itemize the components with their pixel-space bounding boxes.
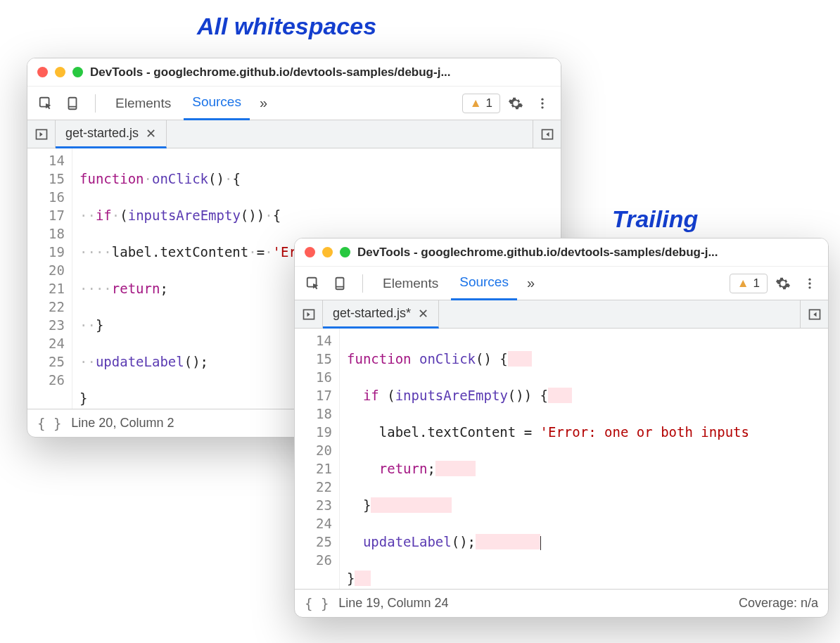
titlebar: DevTools - googlechrome.github.io/devtoo… bbox=[27, 58, 561, 87]
titlebar: DevTools - googlechrome.github.io/devtoo… bbox=[295, 238, 828, 267]
device-icon[interactable] bbox=[329, 272, 351, 295]
coverage-status: Coverage: n/a bbox=[739, 596, 818, 611]
more-tabs-icon[interactable]: » bbox=[521, 275, 540, 291]
svg-point-11 bbox=[808, 278, 810, 280]
label-all-whitespaces: All whitespaces bbox=[197, 13, 376, 40]
more-tabs-icon[interactable]: » bbox=[254, 95, 273, 111]
warning-badge[interactable]: ▲ 1 bbox=[462, 94, 500, 113]
svg-point-12 bbox=[808, 282, 810, 284]
window-title: DevTools - googlechrome.github.io/devtoo… bbox=[357, 246, 818, 260]
navigator-icon[interactable] bbox=[295, 300, 323, 328]
file-tab-label: get-started.js* bbox=[333, 306, 411, 321]
tab-sources[interactable]: Sources bbox=[184, 87, 250, 120]
svg-point-3 bbox=[541, 98, 543, 100]
close-icon[interactable] bbox=[37, 67, 48, 77]
gear-icon[interactable] bbox=[772, 272, 794, 295]
maximize-icon[interactable] bbox=[72, 67, 83, 77]
main-toolbar: Elements Sources » ▲ 1 bbox=[27, 87, 561, 120]
devtools-window-2: DevTools - googlechrome.github.io/devtoo… bbox=[294, 238, 829, 618]
svg-rect-1 bbox=[69, 97, 77, 109]
file-tabs: get-started.js* ✕ bbox=[295, 300, 828, 329]
warning-icon: ▲ bbox=[737, 276, 749, 291]
close-tab-icon[interactable]: ✕ bbox=[146, 126, 156, 141]
close-tab-icon[interactable]: ✕ bbox=[418, 306, 428, 322]
kebab-icon[interactable] bbox=[798, 272, 821, 295]
drawer-toggle-icon[interactable] bbox=[800, 300, 828, 328]
pretty-print-icon[interactable]: { } bbox=[305, 596, 329, 611]
line-gutter: 14151617181920212223242526 bbox=[27, 148, 72, 409]
inspect-icon[interactable] bbox=[302, 272, 324, 295]
warning-count: 1 bbox=[753, 276, 760, 291]
kebab-icon[interactable] bbox=[531, 92, 554, 115]
window-title: DevTools - googlechrome.github.io/devtoo… bbox=[90, 65, 551, 79]
device-icon[interactable] bbox=[61, 92, 84, 115]
pretty-print-icon[interactable]: { } bbox=[37, 416, 61, 431]
inspect-icon[interactable] bbox=[34, 92, 57, 115]
label-trailing: Trailing bbox=[612, 205, 698, 233]
warning-count: 1 bbox=[486, 96, 492, 110]
svg-point-4 bbox=[541, 102, 543, 104]
status-bar: { } Line 19, Column 24 Coverage: n/a bbox=[295, 589, 828, 617]
traffic-lights bbox=[37, 67, 83, 77]
text-cursor bbox=[540, 536, 541, 550]
file-tab-active[interactable]: get-started.js* ✕ bbox=[323, 300, 439, 329]
navigator-icon[interactable] bbox=[27, 120, 56, 148]
tab-elements[interactable]: Elements bbox=[374, 267, 447, 300]
line-gutter: 14151617181920212223242526 bbox=[295, 329, 340, 589]
cursor-position: Line 19, Column 24 bbox=[338, 596, 448, 611]
gear-icon[interactable] bbox=[504, 92, 527, 115]
minimize-icon[interactable] bbox=[55, 67, 65, 77]
drawer-toggle-icon[interactable] bbox=[533, 120, 561, 148]
minimize-icon[interactable] bbox=[322, 247, 333, 257]
main-toolbar: Elements Sources » ▲ 1 bbox=[295, 267, 828, 300]
file-tab-label: get-started.js bbox=[65, 126, 139, 141]
traffic-lights bbox=[305, 247, 350, 257]
code-source[interactable]: function onClick() { if (inputsAreEmpty(… bbox=[340, 329, 749, 589]
code-editor[interactable]: 14151617181920212223242526 function onCl… bbox=[295, 329, 828, 589]
cursor-position: Line 20, Column 2 bbox=[71, 416, 174, 431]
toolbar-divider bbox=[362, 274, 363, 293]
svg-point-5 bbox=[541, 106, 543, 108]
file-tab-active[interactable]: get-started.js ✕ bbox=[56, 120, 167, 148]
toolbar-divider bbox=[95, 94, 96, 113]
warning-badge[interactable]: ▲ 1 bbox=[730, 274, 768, 293]
svg-rect-9 bbox=[336, 277, 344, 289]
tab-elements[interactable]: Elements bbox=[107, 87, 179, 120]
close-icon[interactable] bbox=[305, 247, 315, 257]
tab-sources[interactable]: Sources bbox=[451, 267, 517, 300]
maximize-icon[interactable] bbox=[340, 247, 350, 257]
svg-point-13 bbox=[808, 286, 810, 288]
warning-icon: ▲ bbox=[470, 96, 482, 110]
file-tabs: get-started.js ✕ bbox=[27, 120, 561, 148]
